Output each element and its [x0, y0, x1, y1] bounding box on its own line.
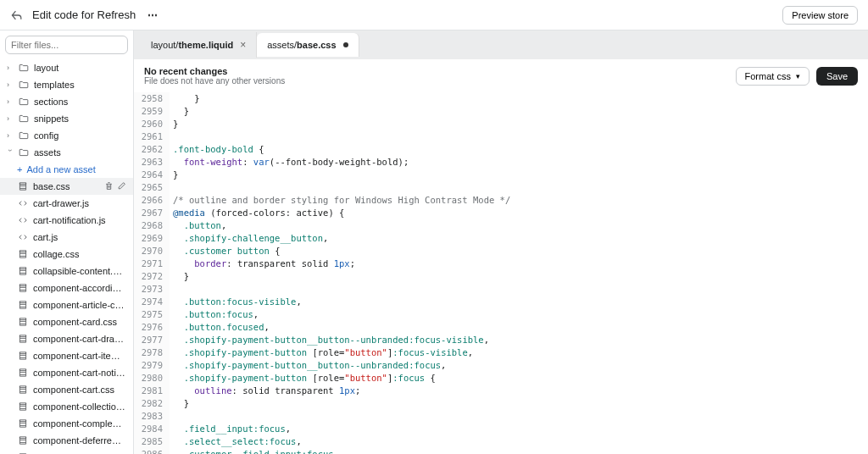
- folder-icon: [18, 79, 30, 91]
- code-line[interactable]: 2978 .shopify-payment-button [role="butt…: [134, 346, 868, 359]
- editor-panel: layout/theme.liquid×assets/base.css No r…: [134, 30, 868, 454]
- code-line[interactable]: 2967@media (forced-colors: active) {: [134, 207, 868, 219]
- code-line[interactable]: 2962.font-body-bold {: [134, 143, 868, 156]
- delete-icon[interactable]: [104, 181, 114, 192]
- chevron-right-icon: ›: [7, 131, 14, 140]
- file-item[interactable]: component-collection-hero.css: [0, 398, 133, 415]
- code-line[interactable]: 2975 .button:focus,: [134, 308, 868, 321]
- code-line[interactable]: 2960}: [134, 118, 868, 130]
- code-line[interactable]: 2970 .customer button {: [134, 245, 868, 257]
- code-line[interactable]: 2979 .shopify-payment-button__button--un…: [134, 359, 868, 372]
- close-icon[interactable]: ×: [240, 39, 246, 51]
- file-item[interactable]: component-deferred-media.css: [0, 432, 133, 449]
- file-item[interactable]: component-discounts.css: [0, 449, 133, 454]
- chevron-right-icon: ›: [7, 80, 14, 89]
- dirty-indicator-icon: [343, 42, 348, 47]
- folder-config[interactable]: ›config: [0, 127, 133, 144]
- chevron-down-icon: ›: [6, 149, 14, 156]
- code-line[interactable]: 2976 .button.focused,: [134, 321, 868, 334]
- folder-icon: [18, 147, 30, 158]
- code-line[interactable]: 2974 .button:focus-visible,: [134, 296, 868, 308]
- file-item[interactable]: component-cart-items.css: [0, 347, 133, 364]
- sidebar: ›layout›templates›sections›snippets›conf…: [0, 30, 134, 454]
- file-item[interactable]: component-cart-drawer.css: [0, 330, 133, 347]
- file-item[interactable]: component-cart.css: [0, 381, 133, 398]
- code-line[interactable]: 2981 outline: solid transparent 1px;: [134, 385, 868, 397]
- add-asset-button[interactable]: +Add a new asset: [0, 161, 133, 178]
- code-line[interactable]: 2982 }: [134, 397, 868, 410]
- css-file-icon: [17, 435, 29, 446]
- code-line[interactable]: 2964}: [134, 169, 868, 181]
- file-item[interactable]: cart.js: [0, 229, 133, 246]
- chevron-right-icon: ›: [7, 114, 14, 123]
- css-file-icon: [17, 180, 29, 192]
- folder-icon: [18, 96, 30, 108]
- code-line[interactable]: 2963 font-weight: var(--font-body-weight…: [134, 156, 868, 169]
- code-line[interactable]: 2961: [134, 130, 868, 143]
- code-line[interactable]: 2969 .shopify-challenge__button,: [134, 232, 868, 245]
- file-item[interactable]: cart-notification.js: [0, 212, 133, 229]
- code-line[interactable]: 2984 .field__input:focus,: [134, 423, 868, 435]
- save-button[interactable]: Save: [816, 67, 858, 86]
- code-line[interactable]: 2983: [134, 410, 868, 423]
- js-file-icon: [17, 197, 29, 209]
- js-file-icon: [17, 214, 29, 226]
- preview-store-button[interactable]: Preview store: [782, 6, 858, 25]
- file-item[interactable]: component-accordion.css: [0, 280, 133, 296]
- css-file-icon: [17, 401, 29, 412]
- folder-templates[interactable]: ›templates: [0, 76, 133, 93]
- file-item[interactable]: collapsible-content.css: [0, 263, 133, 280]
- file-item[interactable]: component-article-card.css: [0, 296, 133, 313]
- chevron-right-icon: ›: [7, 64, 14, 72]
- js-file-icon: [17, 231, 29, 243]
- file-item[interactable]: component-complementary-prod...: [0, 415, 133, 432]
- code-line[interactable]: 2968 .button,: [134, 219, 868, 232]
- folder-layout[interactable]: ›layout: [0, 59, 133, 76]
- back-icon[interactable]: [10, 8, 24, 22]
- code-line[interactable]: 2977 .shopify-payment-button__button--un…: [134, 334, 868, 346]
- folder-icon: [18, 130, 30, 141]
- chevron-down-icon: ▾: [796, 72, 800, 80]
- css-file-icon: [17, 418, 29, 429]
- file-item[interactable]: component-card.css: [0, 313, 133, 330]
- tab[interactable]: assets/base.css: [257, 33, 359, 57]
- code-line[interactable]: 2980 .shopify-payment-button [role="butt…: [134, 372, 868, 385]
- folder-assets[interactable]: ›assets: [0, 144, 133, 161]
- code-line[interactable]: 2972 }: [134, 270, 868, 283]
- css-file-icon: [17, 248, 29, 260]
- file-item[interactable]: collage.css: [0, 246, 133, 263]
- filter-files-input[interactable]: [5, 36, 128, 54]
- code-line[interactable]: 2971 border: transparent solid 1px;: [134, 257, 868, 270]
- topbar: Edit code for Refresh ⋯ Preview store: [0, 0, 868, 30]
- css-file-icon: [17, 350, 29, 362]
- css-file-icon: [17, 282, 29, 294]
- edit-icon[interactable]: [117, 181, 126, 192]
- css-file-icon: [17, 299, 29, 311]
- css-file-icon: [17, 316, 29, 328]
- css-file-icon: [17, 333, 29, 345]
- css-file-icon: [17, 367, 29, 379]
- code-line[interactable]: 2965: [134, 181, 868, 194]
- tabs: layout/theme.liquid×assets/base.css: [134, 30, 868, 59]
- folder-icon: [18, 62, 30, 74]
- file-item[interactable]: component-cart-notification.css: [0, 364, 133, 381]
- code-editor[interactable]: Set display none style 2958 }2959 }2960}…: [134, 92, 868, 454]
- code-line[interactable]: 2986 .customer .field input:focus,: [134, 448, 868, 454]
- code-line[interactable]: 2959 }: [134, 105, 868, 118]
- plus-icon: +: [17, 164, 22, 174]
- more-icon[interactable]: ⋯: [144, 9, 162, 21]
- css-file-icon: [17, 265, 29, 277]
- file-item[interactable]: cart-drawer.js: [0, 195, 133, 212]
- page-title: Edit code for Refresh: [32, 8, 136, 21]
- recent-changes: No recent changes File does not have any…: [144, 66, 285, 86]
- code-line[interactable]: 2973: [134, 283, 868, 296]
- code-line[interactable]: 2958 }: [134, 92, 868, 105]
- folder-sections[interactable]: ›sections: [0, 93, 133, 110]
- folder-snippets[interactable]: ›snippets: [0, 110, 133, 127]
- chevron-right-icon: ›: [7, 97, 14, 106]
- code-line[interactable]: 2985 .select__select:focus,: [134, 435, 868, 448]
- code-line[interactable]: 2966/* outline and border styling for Wi…: [134, 194, 868, 207]
- tab[interactable]: layout/theme.liquid×: [141, 32, 257, 58]
- format-css-button[interactable]: Format css ▾: [736, 67, 810, 86]
- file-item[interactable]: base.css: [0, 178, 133, 195]
